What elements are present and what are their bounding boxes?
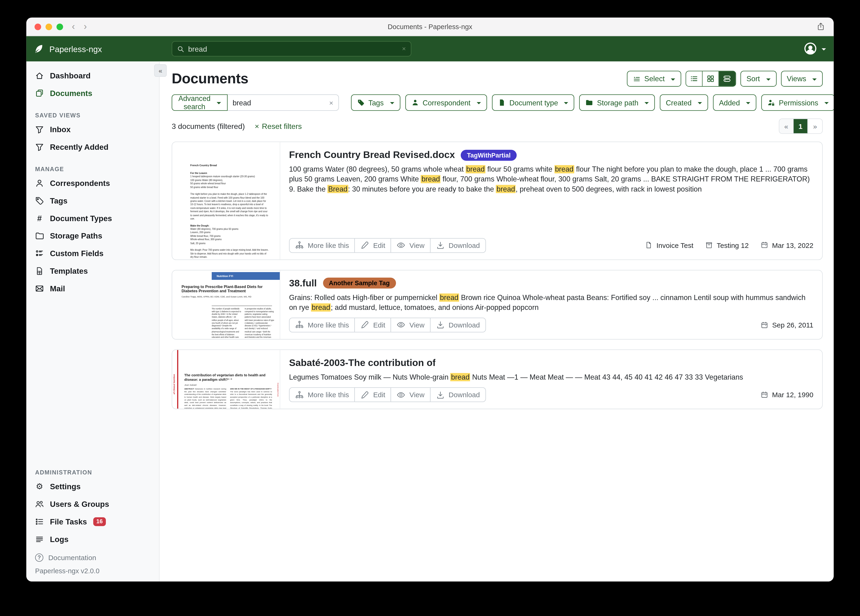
- sidebar-item-label: Document Types: [50, 214, 112, 223]
- document-snippet: 100 grams Water (80 degrees), 50 grams w…: [289, 165, 813, 195]
- filter-button-added[interactable]: Added: [713, 94, 756, 111]
- view-button[interactable]: View: [391, 387, 430, 402]
- app-version: Paperless-ngx v2.0.0: [35, 567, 151, 575]
- download-button[interactable]: Download: [430, 317, 486, 332]
- sidebar-footer: ? Documentation Paperless-ngx v2.0.0: [26, 548, 159, 581]
- sidebar-item-label: Correspondents: [50, 179, 110, 188]
- sidebar-item-users-groups[interactable]: Users & Groups: [26, 495, 159, 513]
- meta-invoice-test[interactable]: Invoice Test: [645, 241, 694, 249]
- app-brand[interactable]: Paperless-ngx: [34, 43, 102, 55]
- tasks-icon: [35, 517, 44, 526]
- meta-mar-13-2022[interactable]: Mar 13, 2022: [761, 241, 813, 249]
- filter-button-permissions[interactable]: Permissions: [761, 94, 834, 111]
- document-thumbnail[interactable]: French Country BreadFor the Leaven1 heap…: [172, 142, 280, 259]
- views-button[interactable]: Views: [781, 71, 823, 86]
- sidebar-item-mail[interactable]: Mail: [26, 280, 159, 297]
- document-title[interactable]: 38.full: [289, 277, 317, 289]
- search-highlight: bread: [496, 185, 516, 193]
- filter-button-created[interactable]: Created: [660, 94, 708, 111]
- pagination-page-1-button[interactable]: 1: [794, 119, 808, 134]
- sort-button[interactable]: Sort: [740, 71, 776, 86]
- share-icon[interactable]: [816, 22, 825, 31]
- pagination-prev-button[interactable]: «: [779, 119, 794, 134]
- clear-filter-search-icon[interactable]: ×: [329, 98, 333, 107]
- advanced-search-label: Advanced search: [178, 94, 210, 111]
- more-like-this-button[interactable]: More like this: [289, 387, 355, 402]
- sidebar-item-settings[interactable]: ⚙Settings: [26, 478, 159, 495]
- user-menu[interactable]: [804, 42, 826, 55]
- document-title[interactable]: French Country Bread Revised.docx: [289, 149, 455, 161]
- sidebar-item-label: Documents: [50, 89, 93, 97]
- meta-mar-12-1990[interactable]: Mar 12, 1990: [761, 391, 813, 399]
- meta-testing-12[interactable]: Testing 12: [706, 241, 749, 249]
- download-button[interactable]: Download: [430, 387, 486, 402]
- sidebar-item-correspondents[interactable]: Correspondents: [26, 174, 159, 192]
- documents-icon: [35, 89, 44, 97]
- app-window: ‹ › Documents - Paperless-ngx Paperless-…: [26, 17, 834, 581]
- sidebar-item-custom-fields[interactable]: Custom Fields: [26, 245, 159, 262]
- filter-search-input[interactable]: [232, 98, 329, 107]
- view-button[interactable]: View: [391, 317, 430, 332]
- chevron-down-icon: [645, 102, 649, 104]
- sidebar-item-label: Recently Added: [50, 143, 108, 151]
- edit-button[interactable]: Edit: [355, 387, 391, 402]
- document-title[interactable]: Sabaté-2003-The contribution of: [289, 357, 436, 369]
- grid-view-button[interactable]: [703, 71, 719, 86]
- hash-icon: #: [35, 214, 44, 223]
- document-actions: More like thisEditViewDownload: [289, 317, 486, 332]
- filter-button-tags[interactable]: Tags: [351, 94, 400, 111]
- x-icon: ×: [255, 122, 259, 130]
- more-like-this-button[interactable]: More like this: [289, 238, 355, 253]
- sidebar-item-label: Dashboard: [50, 71, 91, 80]
- sidebar-item-logs[interactable]: Logs: [26, 531, 159, 548]
- edit-button[interactable]: Edit: [355, 238, 391, 253]
- global-search[interactable]: ×: [171, 41, 411, 57]
- action-label: Edit: [373, 241, 385, 249]
- collapse-sidebar-button[interactable]: «: [154, 64, 167, 77]
- filter-button-label: Tags: [368, 98, 383, 107]
- document-tag[interactable]: Another Sample Tag: [323, 278, 396, 289]
- main-content: Documents Select: [160, 61, 834, 581]
- sidebar-item-inbox[interactable]: Inbox: [26, 121, 159, 138]
- chevron-down-icon: [824, 102, 829, 104]
- pagination: « 1 »: [779, 119, 823, 134]
- detail-view-button[interactable]: [719, 71, 735, 86]
- calendar-icon: [761, 242, 768, 249]
- filter-button-document-type[interactable]: Document type: [492, 94, 574, 111]
- document-thumbnail[interactable]: Nutrition FYIPreparing to Prescribe Plan…: [172, 270, 280, 339]
- sidebar-item-dashboard[interactable]: Dashboard: [26, 67, 159, 85]
- document-actions: More like thisEditViewDownload: [289, 238, 486, 253]
- filter-button-storage-path[interactable]: Storage path: [579, 94, 655, 111]
- edit-button[interactable]: Edit: [355, 317, 391, 332]
- document-actions: More like thisEditViewDownload: [289, 387, 486, 402]
- sidebar-item-tags[interactable]: Tags: [26, 192, 159, 210]
- pagination-next-button[interactable]: »: [808, 119, 822, 134]
- filter-button-correspondent[interactable]: Correspondent: [405, 94, 487, 111]
- advanced-search-button[interactable]: Advanced search: [171, 94, 228, 111]
- app-name: Paperless-ngx: [49, 44, 102, 53]
- sidebar-item-file-tasks[interactable]: File Tasks16: [26, 513, 159, 531]
- document-tag[interactable]: TagWithPartial: [461, 149, 516, 160]
- sidebar-item-templates[interactable]: Templates: [26, 262, 159, 280]
- sitemap-icon: [295, 241, 304, 250]
- select-button[interactable]: Select: [627, 71, 681, 86]
- document-thumbnail[interactable]: of Clinical NutritionThe contribution of…: [172, 350, 280, 409]
- view-button[interactable]: View: [391, 238, 430, 253]
- sidebar-item-documentation[interactable]: ? Documentation: [35, 553, 151, 562]
- sidebar-item-documents[interactable]: Documents: [26, 85, 159, 102]
- download-button[interactable]: Download: [430, 238, 486, 253]
- sidebar-item-document-types[interactable]: #Document Types: [26, 210, 159, 227]
- more-like-this-button[interactable]: More like this: [289, 317, 355, 332]
- clear-search-icon[interactable]: ×: [402, 45, 406, 53]
- list-view-button[interactable]: [686, 71, 703, 86]
- search-highlight: bread: [554, 165, 574, 173]
- gear-icon: ⚙: [35, 482, 44, 491]
- avatar-icon: [804, 42, 817, 55]
- sidebar-item-storage-paths[interactable]: Storage Paths: [26, 227, 159, 245]
- sidebar-item-label: Custom Fields: [50, 249, 104, 258]
- sort-label: Sort: [746, 75, 760, 83]
- meta-sep-26-2011[interactable]: Sep 26, 2011: [761, 321, 813, 329]
- reset-filters-link[interactable]: × Reset filters: [255, 122, 302, 130]
- sidebar-item-recently-added[interactable]: Recently Added: [26, 138, 159, 156]
- global-search-input[interactable]: [188, 45, 402, 53]
